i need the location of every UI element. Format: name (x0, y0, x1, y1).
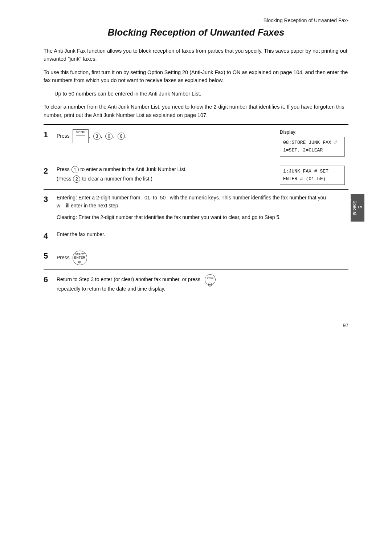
steps-table: 1 Press , 3, 0, 8. Display: 08:STORE JUN… (44, 124, 348, 297)
key-3: 3 (93, 133, 101, 140)
step-number-1: 1 (44, 125, 57, 145)
step-row-2: 2 Press 1 to enter a number in the Anti … (44, 161, 348, 190)
intro-paragraph-1: The Anti Junk Fax function allows you to… (44, 47, 348, 63)
step-2-display: 1:JUNK FAX # SET ENTER # (01-50) (276, 161, 348, 190)
step-4-content: Enter the fax number. (57, 226, 348, 246)
step-number-4: 4 (44, 226, 57, 246)
step-number-3: 3 (44, 190, 57, 209)
step-row-5: 5 Press STARTENTER⊕ (44, 246, 348, 270)
step-number-6: 6 (44, 270, 57, 289)
step-1-display: Display: 08:STORE JUNK FAX # 1=SET, 2=CL… (276, 125, 348, 161)
step-2-main: Press 1 to enter a number in the Anti Ju… (57, 166, 271, 174)
step-5-content: Press STARTENTER⊕ (57, 246, 348, 270)
page-number: 97 (0, 319, 392, 332)
display-line-2-1: 1:JUNK FAX # SET (283, 168, 342, 175)
note-paragraph-4: To clear a number from the Anti Junk Num… (44, 103, 348, 119)
step-row-1: 1 Press , 3, 0, 8. Display: 08:STORE JUN… (44, 125, 348, 161)
step-2-content: Press 1 to enter a number in the Anti Ju… (57, 161, 276, 190)
stop-icon: STOP◎ (205, 274, 216, 285)
display-line-2-2: ENTER # (01-50) (283, 175, 342, 183)
step-number-2: 2 (44, 161, 57, 181)
page-title: Blocking Reception of Unwanted Faxes (44, 27, 348, 38)
step-3-content: Entering: Enter a 2-digit number from 01… (57, 190, 348, 226)
display-box-1: 08:STORE JUNK FAX # 1=SET, 2=CLEAR (280, 137, 345, 157)
step-3-entering: Entering: Enter a 2-digit number from 01… (57, 194, 327, 210)
step-number-5: 5 (44, 246, 57, 266)
step-row-6: 6 Return to Step 3 to enter (or clear) a… (44, 270, 348, 297)
key-start-enter: STARTENTER⊕ (73, 251, 87, 265)
sidebar-tab-special-functions: 5. SpecialFunctions (351, 194, 364, 222)
step-6-text-1: Return to Step 3 to enter (or clear) ano… (57, 276, 200, 282)
step-3-clearing: Clearing: Enter the 2-digit number that … (57, 214, 327, 222)
step-row-3: 3 Entering: Enter a 2-digit number from … (44, 190, 348, 226)
key-2: 2 (73, 175, 80, 183)
step-1-content: Press , 3, 0, 8. (57, 125, 276, 161)
display-line-1-2: 1=SET, 2=CLEAR (283, 147, 342, 154)
display-label-1: Display: (280, 129, 345, 135)
key-1: 1 (72, 166, 79, 173)
key-0: 0 (105, 133, 113, 140)
intro-paragraph-2: To use this function, first turn it on b… (44, 68, 348, 85)
step-6-content: Return to Step 3 to enter (or clear) ano… (57, 270, 348, 297)
step-6-text-2: repeatedly to return to the date and tim… (57, 286, 165, 292)
step-5-press-label: Press (57, 254, 70, 260)
step-row-4: 4 Enter the fax number. (44, 226, 348, 246)
display-line-1-1: 08:STORE JUNK FAX # (283, 139, 342, 147)
note-paragraph-3: Up to 50 numbers can be entered in the A… (54, 90, 348, 98)
page-header-text: Blocking Reception of Unwanted Fax- (264, 17, 348, 23)
display-box-2: 1:JUNK FAX # SET ENTER # (01-50) (280, 166, 345, 185)
key-8: 8 (118, 133, 125, 140)
step-2-sub: (Press 2 to clear a number from the list… (57, 175, 271, 183)
menu-key (73, 129, 89, 143)
step-1-press-label: Press (57, 133, 70, 139)
